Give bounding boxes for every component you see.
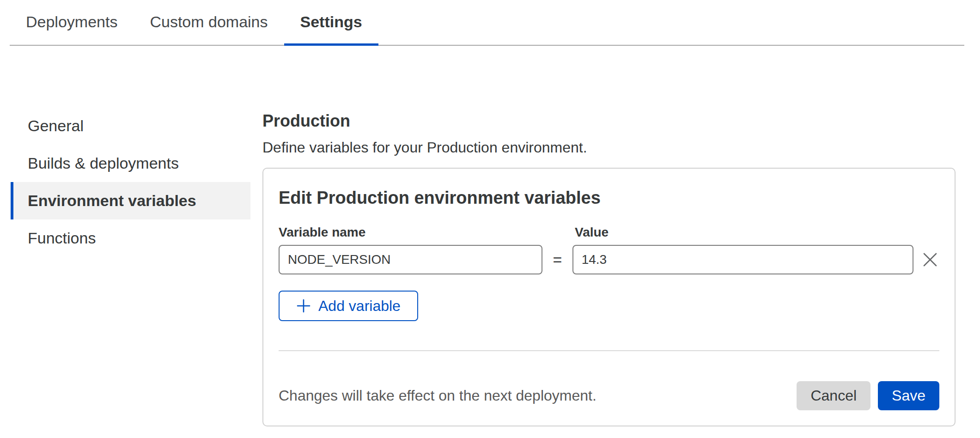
add-variable-button[interactable]: Add variable [279,291,418,321]
add-variable-label: Add variable [318,298,401,315]
cancel-button[interactable]: Cancel [797,381,870,410]
variable-value-input[interactable] [572,245,914,274]
card-footer: Changes will take effect on the next dep… [279,381,939,410]
variable-row: = [279,245,939,274]
variable-name-label: Variable name [279,225,575,240]
settings-sidebar: General Builds & deployments Environment… [11,107,250,426]
variable-name-input[interactable] [279,245,542,274]
field-labels-row: Variable name Value [279,225,939,240]
tab-custom-domains[interactable]: Custom domains [134,0,284,46]
plus-icon [296,298,311,313]
footer-actions: Cancel Save [797,381,939,410]
env-vars-card: Edit Production environment variables Va… [262,168,956,426]
sidebar-item-environment-variables[interactable]: Environment variables [11,182,250,219]
section-description: Define variables for your Production env… [262,139,956,156]
settings-content: General Builds & deployments Environment… [0,107,980,426]
tab-settings[interactable]: Settings [284,0,378,46]
sidebar-item-general[interactable]: General [11,107,250,145]
remove-variable-button[interactable] [921,250,939,269]
equals-sign: = [542,251,572,269]
close-icon [922,252,938,268]
value-label: Value [575,225,609,240]
environment-variables-panel: Production Define variables for your Pro… [262,107,956,426]
save-button[interactable]: Save [878,381,939,410]
page-title: Production [262,112,956,130]
card-divider [279,350,939,351]
tab-bar: Deployments Custom domains Settings [10,0,964,46]
tab-deployments[interactable]: Deployments [10,0,134,46]
sidebar-item-builds-deployments[interactable]: Builds & deployments [11,145,250,182]
card-title: Edit Production environment variables [279,187,939,208]
sidebar-item-functions[interactable]: Functions [11,219,250,257]
deployment-note: Changes will take effect on the next dep… [279,387,597,404]
